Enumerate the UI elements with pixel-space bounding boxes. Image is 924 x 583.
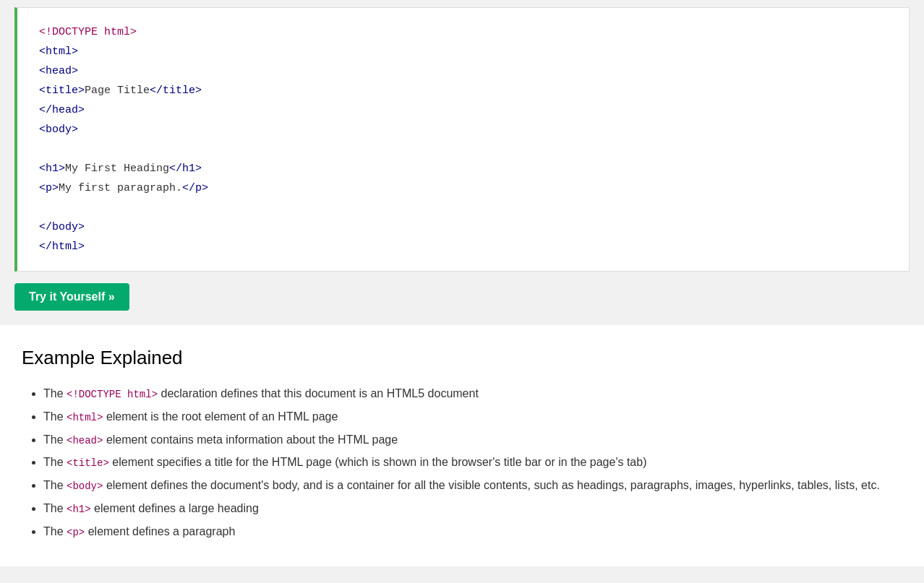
example-explained-heading: Example Explained: [22, 347, 902, 369]
explanation-list: The <!DOCTYPE html> declaration defines …: [22, 384, 902, 542]
item-suffix: element defines a paragraph: [85, 525, 235, 537]
list-item: The <html> element is the root element o…: [43, 407, 902, 427]
item-prefix: The: [43, 479, 67, 491]
head-close-tag: </head>: [39, 104, 85, 116]
p-content: My first paragraph.: [59, 182, 182, 194]
code-line-11: </body>: [39, 217, 887, 237]
code-line-8: <h1>My First Heading</h1>: [39, 159, 887, 178]
code-line-7: [39, 139, 887, 159]
item-suffix: element specifies a title for the HTML p…: [109, 456, 647, 468]
item-suffix: element defines a large heading: [91, 502, 259, 514]
code-example-wrapper: <!DOCTYPE html> <html> <head> <title>Pag…: [0, 0, 924, 325]
h1-inline-code: <h1>: [67, 504, 91, 515]
code-line-2: <html>: [39, 42, 887, 61]
code-line-1: <!DOCTYPE html>: [39, 22, 887, 42]
code-line-5: </head>: [39, 100, 887, 120]
item-prefix: The: [43, 502, 67, 514]
item-suffix: element defines the document's body, and…: [103, 479, 879, 491]
html-open-tag: <html>: [39, 46, 78, 58]
h1-close-tag: </h1>: [169, 163, 202, 175]
item-prefix: The: [43, 387, 67, 400]
item-prefix: The: [43, 410, 67, 423]
try-it-yourself-button[interactable]: Try it Yourself »: [14, 283, 129, 311]
code-box: <!DOCTYPE html> <html> <head> <title>Pag…: [14, 7, 910, 272]
p-close-tag: </p>: [182, 182, 208, 194]
item-prefix: The: [43, 525, 67, 537]
content-area: Example Explained The <!DOCTYPE html> de…: [0, 325, 924, 566]
p-open-tag: <p>: [39, 182, 59, 194]
list-item: The <head> element contains meta informa…: [43, 430, 902, 450]
title-close-tag: </title>: [150, 85, 202, 97]
item-suffix: element contains meta information about …: [103, 433, 398, 446]
html-inline-code: <html>: [67, 412, 103, 423]
title-open-tag: <title>: [39, 85, 85, 97]
body-open-tag: <body>: [39, 124, 78, 136]
doctype-tag: <!DOCTYPE html>: [39, 26, 137, 38]
p-inline-code: <p>: [67, 527, 85, 538]
doctype-inline-code: <!DOCTYPE html>: [67, 389, 158, 400]
h1-open-tag: <h1>: [39, 163, 65, 175]
title-content: Page Title: [85, 85, 150, 97]
title-inline-code: <title>: [67, 457, 109, 469]
head-inline-code: <head>: [67, 435, 103, 446]
head-open-tag: <head>: [39, 65, 78, 77]
item-prefix: The: [43, 456, 67, 468]
html-close-tag: </html>: [39, 241, 85, 253]
code-line-9: <p>My first paragraph.</p>: [39, 178, 887, 198]
body-inline-code: <body>: [67, 480, 103, 492]
list-item: The <h1> element defines a large heading: [43, 498, 902, 519]
body-close-tag: </body>: [39, 221, 85, 233]
item-suffix: declaration defines that this document i…: [158, 387, 479, 400]
h1-content: My First Heading: [65, 163, 169, 175]
list-item: The <body> element defines the document'…: [43, 475, 902, 496]
code-line-12: </html>: [39, 237, 887, 256]
code-line-3: <head>: [39, 61, 887, 81]
code-line-4: <title>Page Title</title>: [39, 81, 887, 100]
list-item: The <p> element defines a paragraph: [43, 522, 902, 542]
item-suffix: element is the root element of an HTML p…: [103, 410, 338, 423]
item-prefix: The: [43, 433, 67, 446]
list-item: The <title> element specifies a title fo…: [43, 452, 902, 472]
code-line-10: [39, 198, 887, 217]
code-line-6: <body>: [39, 120, 887, 139]
list-item: The <!DOCTYPE html> declaration defines …: [43, 384, 902, 404]
